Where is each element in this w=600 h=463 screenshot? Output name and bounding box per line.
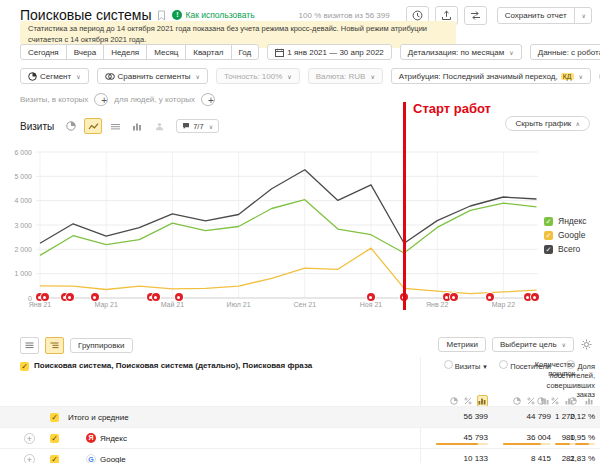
metric-info-icon: [444, 360, 453, 369]
y-tick-label: 0: [0, 295, 32, 302]
period-tab-6[interactable]: Год: [231, 44, 260, 60]
comment-marker-icon[interactable]: [175, 293, 183, 301]
date-range-button[interactable]: 1 янв 2021 — 30 апр 2022: [267, 44, 392, 60]
yandex-favicon: Я: [86, 433, 96, 443]
attribution-badge: КД: [561, 73, 574, 80]
sort-desc-icon: ▼: [480, 364, 488, 370]
comment-marker-icon[interactable]: [367, 293, 375, 301]
groupings-button[interactable]: Группировки: [70, 338, 133, 353]
metrics-button[interactable]: Метрики: [438, 337, 486, 352]
x-tick-label: Сен 21: [294, 301, 317, 308]
comment-marker-icon[interactable]: [152, 293, 160, 301]
period-tab-5[interactable]: Квартал: [185, 44, 231, 60]
y-tick-label: 4 000: [0, 197, 32, 204]
chart-legend: ✓Яндекс✓Google✓Всего: [544, 216, 587, 254]
series-line-всего: [40, 170, 537, 244]
calendar-icon: [275, 48, 284, 57]
comment-marker-icon[interactable]: [66, 293, 74, 301]
row-checkbox[interactable]: ✓: [50, 455, 59, 463]
attribution-label: Атрибуция: Последний значимый переход,: [399, 72, 558, 81]
metric-share-fill: [436, 443, 478, 445]
row-checkbox[interactable]: ✓: [50, 434, 59, 443]
chart-controls: Визиты 7/7 ∨: [20, 118, 219, 134]
how-to-use-link[interactable]: ! Как использовать: [172, 10, 254, 20]
comments-toggle-button[interactable]: 7/7 ∨: [176, 119, 219, 133]
table-metric-controls: Метрики Выберите цель ∨: [438, 337, 574, 352]
flows-button[interactable]: [464, 6, 487, 25]
comment-marker-icon[interactable]: [450, 293, 458, 301]
legend-checkbox: ✓: [544, 245, 553, 254]
annotation-line: [403, 102, 406, 310]
table-row-google[interactable]: +✓GGoogle10 1338 4152812,83 %: [0, 448, 600, 463]
row-label: Яндекс: [100, 434, 127, 443]
table-row-яндекс[interactable]: +✓ЯЯндекс45 79336 0049801,95 %: [0, 427, 600, 449]
accuracy-dropdown[interactable]: Точность: 100%∨: [216, 68, 300, 84]
series-line-яндекс: [40, 200, 537, 256]
currency-dropdown[interactable]: Валюта: RUB∨: [308, 68, 383, 84]
pie-chart-type-button[interactable]: [62, 118, 80, 134]
legend-checkbox: ✓: [544, 231, 553, 240]
comment-marker-icon[interactable]: [91, 293, 99, 301]
period-tab-group: СегодняВчераНеделяМесяцКварталГод: [20, 44, 259, 60]
period-tab-2[interactable]: Вчера: [66, 44, 105, 60]
column-chart-type-button[interactable]: [128, 118, 146, 134]
legend-checkbox: ✓: [544, 217, 553, 226]
sample-info: 100 % визитов из 56 399: [299, 11, 390, 20]
select-all-checkbox[interactable]: ✓: [20, 362, 29, 371]
flat-view-button[interactable]: [20, 337, 39, 354]
column-header-1[interactable]: Визиты ▼: [428, 360, 488, 372]
data-mode-dropdown[interactable]: Данные: с роботами∨: [530, 44, 600, 60]
date-range-label: 1 янв 2021 — 30 апр 2022: [287, 48, 384, 57]
comment-marker-icon[interactable]: [41, 293, 49, 301]
comment-marker-icon[interactable]: [531, 293, 539, 301]
legend-item-всего[interactable]: ✓Всего: [544, 244, 587, 254]
detail-dropdown[interactable]: Детализация: по месяцам∨: [400, 44, 522, 60]
chevron-down-icon: ∨: [509, 49, 513, 56]
period-tab-1[interactable]: Сегодня: [20, 44, 67, 60]
expand-row-button[interactable]: +: [24, 433, 35, 444]
y-tick-label: 5 000: [0, 173, 32, 180]
bookmark-icon[interactable]: [157, 10, 166, 21]
pie-chart-icon: [66, 121, 76, 131]
audience-chart-type-button[interactable]: [150, 118, 168, 134]
row-label: Итого и средние: [68, 413, 129, 422]
chevron-up-icon: ∧: [576, 121, 580, 127]
save-report-button[interactable]: Сохранить отчет: [497, 7, 575, 24]
legend-item-google[interactable]: ✓Google: [544, 230, 587, 240]
column-header-label: Визиты: [455, 362, 481, 371]
table-row-итого-и-средние[interactable]: ✓Итого и средние56 39944 7991 2702,12 %: [0, 406, 600, 428]
select-goal-button[interactable]: Выберите цель ∨: [492, 337, 574, 352]
legend-item-яндекс[interactable]: ✓Яндекс: [544, 216, 587, 226]
dimension-header: Поисковая система, Поисковая система (де…: [34, 361, 312, 370]
period-toolbar: СегодняВчераНеделяМесяцКварталГод 1 янв …: [20, 44, 600, 60]
metric-share-bar: [575, 443, 595, 445]
period-tab-4[interactable]: Месяц: [146, 44, 186, 60]
chart-section: Визиты 7/7 ∨ Скрыть график: [0, 100, 600, 335]
detail-label: Детализация: по месяцам: [408, 48, 505, 57]
metric-info-icon: [566, 360, 575, 369]
attribution-dropdown[interactable]: Атрибуция: Последний значимый переход, К…: [391, 68, 591, 84]
segment-button[interactable]: Сегмент∨: [20, 68, 89, 84]
list-icon: [25, 342, 34, 350]
metric-value: 1,95 %: [525, 428, 595, 448]
column-header-4[interactable]: Доля посетителей, совершивших заказ: [539, 360, 595, 400]
segment-pie-icon: [28, 72, 37, 81]
stacked-chart-type-button[interactable]: [106, 118, 124, 134]
period-tab-3[interactable]: Неделя: [103, 44, 147, 60]
compare-segments-button[interactable]: Сравнить сегменты∨: [97, 68, 208, 84]
save-report-menu-button[interactable]: ∨: [574, 7, 592, 24]
row-checkbox[interactable]: ✓: [50, 413, 59, 422]
currency-label: Валюта: RUB: [316, 72, 366, 81]
line-chart-type-button[interactable]: [84, 118, 102, 134]
x-tick-label: Ноя 21: [360, 301, 382, 308]
table-settings-button[interactable]: [581, 339, 592, 350]
legend-label: Всего: [558, 244, 580, 254]
chevron-down-icon: ∨: [196, 73, 200, 80]
hide-chart-button[interactable]: Скрыть график ∧: [505, 116, 590, 131]
select-goal-label: Выберите цель: [500, 340, 557, 349]
table-view-controls: Группировки: [20, 337, 133, 354]
expand-row-button[interactable]: +: [24, 454, 35, 463]
tree-view-button[interactable]: [45, 337, 64, 354]
comments-count-label: 7/7: [193, 122, 203, 131]
visits-line-chart: [36, 146, 542, 302]
